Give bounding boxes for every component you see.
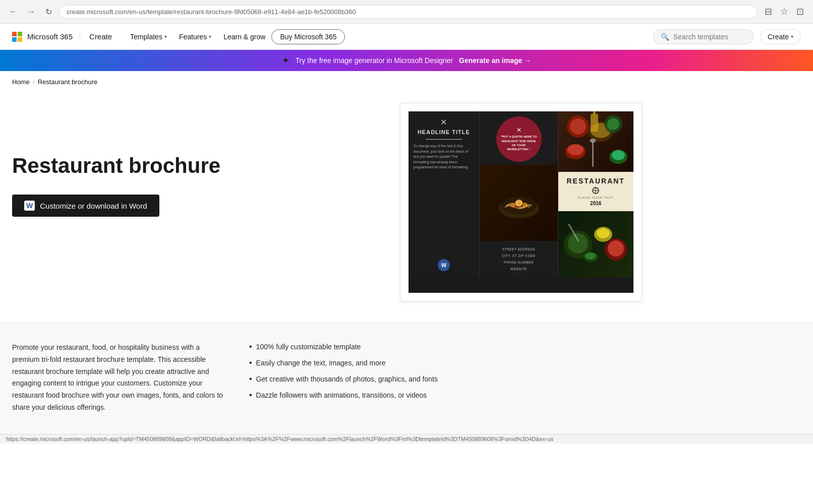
svg-rect-17 [591,114,598,132]
restaurant-logo-icon [588,186,603,195]
content-right: ✕ HEADLINE TITLE To change any of the te… [241,103,801,301]
restaurant-name-block: RESTAURANT PLACE YOUR TEXT 2016 [558,172,633,211]
quote-circle: ✕ "PUT A QUOTE HERE TO HIGHLIGHT THIS IS… [496,116,542,162]
banner-icon: ✦ [282,55,289,66]
svg-point-10 [517,201,521,205]
svg-rect-1 [18,32,22,36]
template-preview-card: ✕ HEADLINE TITLE To change any of the te… [400,103,642,301]
breadcrumb-separator: › [33,79,35,86]
download-word-button[interactable]: W Customize or download in Word [12,195,159,217]
quote-icon: ✕ [516,127,521,134]
svg-rect-3 [18,37,22,42]
features-list: • 100% fully customizable template • Eas… [249,342,466,414]
svg-point-31 [597,228,610,238]
svg-rect-18 [593,111,596,116]
breadcrumb-current: Restaurant brochure [38,78,98,86]
nav-learn[interactable]: Learn & grow [217,30,271,44]
svg-point-33 [608,240,624,257]
create-chevron-icon: ▾ [791,34,793,39]
content-left: Restaurant brochure W Customize or downl… [12,103,220,217]
headline-title: HEADLINE TITLE [418,129,470,135]
svg-point-20 [567,144,584,155]
browser-chrome: ← → ↻ create.microsoft.com/en-us/templat… [0,0,813,24]
search-input[interactable] [673,33,746,41]
quote-circle-area: ✕ "PUT A QUOTE HERE TO HIGHLIGHT THIS IS… [480,111,558,165]
svg-rect-23 [592,142,594,167]
bottom-section: Promote your restaurant, food, or hospit… [0,322,813,434]
banner-link[interactable]: Generate an image → [459,56,531,65]
bullet-2: • [249,373,252,385]
svg-point-22 [612,150,625,160]
refresh-button[interactable]: ↻ [42,5,55,19]
feature-item-2: • Get creative with thousands of photos,… [249,374,466,385]
headline-icon: ✕ [440,117,447,127]
headline-divider [426,139,462,140]
svg-point-29 [568,233,588,254]
bowl-svg [494,183,544,223]
feature-item-3: • Dazzle followers with animations, tran… [249,390,466,401]
svg-rect-2 [12,37,17,42]
brochure-preview: ✕ HEADLINE TITLE To change any of the te… [409,111,633,293]
translate-icon[interactable]: ⊟ [762,4,775,19]
status-bar: https://create.microsoft.com/en-us/launc… [0,434,813,444]
promo-banner: ✦ Try the free image generator in Micros… [0,50,813,71]
nav-features[interactable]: Features ▾ [173,30,217,44]
buy-ms365-button[interactable]: Buy Microsoft 365 [271,29,345,44]
nav-templates[interactable]: Templates ▾ [124,30,173,44]
ms-logo [12,32,22,42]
svg-point-12 [570,118,586,135]
breadcrumb: Home › Restaurant brochure [0,71,813,93]
back-button[interactable]: ← [6,5,20,18]
food-image-bottom-right [558,211,633,277]
bullet-1: • [249,357,252,369]
create-header-button[interactable]: Create ▾ [760,29,801,44]
logo-divider [80,32,80,42]
banner-text: Try the free image generator in Microsof… [296,56,453,65]
breadcrumb-home[interactable]: Home [12,78,30,86]
bullet-0: • [249,341,252,353]
browser-actions: ⊟ ☆ ⊡ [762,4,807,19]
panel-bottom: W [438,249,450,271]
site-header: Microsoft 365 Create Templates ▾ Feature… [0,24,813,50]
restaurant-year: 2016 [590,201,601,206]
ms365-label: Microsoft 365 [27,32,73,41]
svg-rect-0 [12,32,17,36]
bookmark-icon[interactable]: ☆ [777,4,791,19]
search-box[interactable]: 🔍 [653,29,754,44]
bottom-grid: Promote your restaurant, food, or hospit… [12,342,466,414]
restaurant-subtitle: PLACE YOUR TEXT [578,196,613,199]
word-badge: W [438,259,450,271]
svg-point-8 [522,203,528,208]
forward-button[interactable]: → [24,5,38,18]
create-link[interactable]: Create [89,32,112,41]
green-food-svg [563,219,628,270]
word-icon: W [24,201,35,211]
panel-left: ✕ HEADLINE TITLE To change any of the te… [409,111,480,277]
restaurant-name-text: RESTAURANT [567,177,625,185]
bullet-3: • [249,389,252,401]
address-text: STREET ADDRESS CITY, ST ZIP CODE PHONE N… [484,246,554,272]
logo-area: Microsoft 365 Create [12,32,112,42]
panel-body-text: To change any of the text in this docume… [414,144,475,170]
feature-item-1: • Easily change the text, images, and mo… [249,358,466,369]
food-image-top-right [558,111,633,172]
feature-item-0: • 100% fully customizable template [249,342,466,353]
address-bar[interactable]: create.microsoft.com/en-us/template/rest… [59,5,758,19]
quote-text: "PUT A QUOTE HERE TO HIGHLIGHT THIS ISSU… [500,135,538,152]
main-content: Restaurant brochure W Customize or downl… [0,93,813,322]
search-icon: 🔍 [661,33,669,41]
panel-right: RESTAURANT PLACE YOUR TEXT 2016 [558,111,633,277]
food-image-mid [480,165,558,241]
templates-chevron-icon: ▾ [164,34,167,39]
address-block: STREET ADDRESS CITY, ST ZIP CODE PHONE N… [480,241,558,277]
profile-icon[interactable]: ⊡ [793,4,807,19]
main-nav: Templates ▾ Features ▾ Learn & grow Buy … [124,29,345,44]
bottom-description: Promote your restaurant, food, or hospit… [12,342,229,414]
svg-point-35 [585,253,596,260]
panel-middle: ✕ "PUT A QUOTE HERE TO HIGHLIGHT THIS IS… [480,111,558,277]
svg-point-7 [510,203,515,208]
spices-svg [563,111,628,172]
address-url: create.microsoft.com/en-us/template/rest… [67,8,356,16]
template-title: Restaurant brochure [12,153,220,178]
svg-point-24 [590,139,596,143]
